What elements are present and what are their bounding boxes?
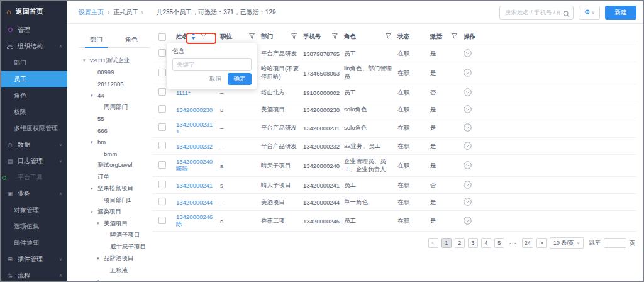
tree-node[interactable]: 测试orgLevel [79, 160, 149, 172]
caret-down-icon[interactable]: ▾ [91, 93, 97, 98]
sidebar-item-department[interactable]: 部门 [1, 55, 67, 71]
sidebar-item-employee[interactable]: 员工 [1, 71, 67, 87]
tree-node[interactable]: ▾品牌酒项目 [79, 253, 149, 265]
sidebar-item-permission[interactable]: 权限 [1, 104, 67, 120]
sidebar-item-email-notify[interactable]: 邮件通知 [1, 235, 67, 251]
employee-name-link[interactable]: 13420000240暱啦 [176, 158, 220, 173]
row-action-icon[interactable] [464, 52, 472, 59]
tree-node[interactable]: 订单 [79, 171, 149, 183]
employee-name-link[interactable]: 13420000241 [176, 182, 220, 189]
sidebar-home[interactable]: ⌂ 返回首页 [1, 1, 67, 22]
caret-down-icon[interactable]: ▾ [97, 256, 104, 261]
row-checkbox[interactable] [158, 123, 166, 131]
tree-node[interactable]: ▾bm [79, 137, 149, 149]
page-size-select[interactable]: 10 条/页 ∨ [550, 237, 584, 249]
filter-cancel-button[interactable]: 取消 [209, 75, 221, 83]
sidebar-item-workflow[interactable]: ⇅ 流程 ∧ [1, 268, 67, 282]
tree-node[interactable]: bmm [79, 148, 149, 160]
row-checkbox[interactable] [158, 49, 166, 57]
row-checkbox[interactable] [158, 88, 166, 96]
tab-department[interactable]: 部门 [79, 31, 114, 47]
employee-name-link[interactable]: 13420000230 [176, 106, 220, 113]
row-checkbox[interactable] [158, 105, 166, 113]
row-action-icon[interactable] [464, 108, 472, 115]
filter-icon[interactable] [386, 33, 391, 40]
sidebar-item-log-manage[interactable]: ▤ 日志管理 ∨ [1, 153, 67, 169]
row-action-icon[interactable] [464, 71, 472, 78]
employee-name-link[interactable]: 13420000244 [176, 199, 220, 206]
next-page-button[interactable]: > [536, 238, 547, 248]
caret-down-icon[interactable]: ▾ [91, 186, 97, 191]
page-button[interactable]: 24 [522, 238, 533, 248]
row-action-icon[interactable] [464, 164, 472, 171]
row-action-icon[interactable] [464, 219, 472, 226]
tree-node[interactable]: ▾Lee [79, 276, 149, 282]
employee-name-link[interactable]: 13420000246陈 [176, 213, 220, 228]
page-button[interactable]: 5 [494, 238, 504, 248]
sidebar-item-org-structure[interactable]: 组织结构 ∧ [1, 38, 67, 55]
employee-name-link[interactable]: 13420000231-1 [176, 121, 220, 135]
tree-node[interactable]: 啤酒子项目 [79, 230, 149, 242]
sidebar-item-business[interactable]: ▣ 业务 ∧ [1, 186, 67, 202]
row-checkbox[interactable] [158, 181, 166, 188]
tree-node[interactable]: ▾44 [79, 90, 149, 102]
prev-page-button[interactable]: < [428, 238, 438, 248]
sidebar-item-manage[interactable]: 管理 [1, 22, 67, 38]
tab-role[interactable]: 角色 [114, 31, 149, 47]
sidebar-item-platform-tools[interactable]: 平台工具 [1, 169, 67, 186]
row-checkbox[interactable] [158, 198, 166, 205]
tree-node[interactable]: 威士忌子项目 [79, 241, 149, 253]
sidebar-item-multidim-permission[interactable]: 多维度权限管理 [1, 120, 67, 137]
sidebar-item-plugin-manage[interactable]: ⊞ 插件管理 ∨ [1, 251, 67, 268]
caret-down-icon[interactable]: ▾ [91, 279, 97, 282]
create-button[interactable]: 新建 [605, 6, 636, 20]
sidebar-item-role[interactable]: 角色 [1, 87, 67, 104]
row-checkbox[interactable] [158, 69, 166, 76]
filter-keyword-input[interactable] [172, 58, 252, 71]
filter-icon[interactable] [452, 33, 457, 40]
filter-icon[interactable] [201, 33, 206, 40]
row-checkbox[interactable] [158, 142, 166, 149]
tree-node[interactable]: 项目部门1 [79, 195, 149, 206]
page-button[interactable]: 2 [455, 238, 465, 248]
select-all-checkbox[interactable] [158, 33, 166, 41]
tree-node[interactable]: 00999 [79, 67, 149, 79]
tree-node[interactable]: 55 [79, 113, 149, 125]
sidebar-item-option-valueset[interactable]: 选项值集 [1, 218, 67, 235]
tree-node[interactable]: ▾美酒项目 [79, 218, 149, 230]
breadcrumb-current[interactable]: 正式员工 [113, 8, 138, 17]
breadcrumb-home-link[interactable]: 设置主页 [79, 8, 104, 17]
sort-icon[interactable] [191, 33, 196, 41]
filter-icon[interactable] [332, 33, 338, 40]
row-checkbox[interactable] [158, 161, 166, 169]
sidebar-item-data[interactable]: ◷ 数据 ∨ [1, 137, 67, 153]
caret-down-icon[interactable]: ▾ [91, 140, 97, 145]
sidebar-item-object-manage[interactable]: 对象管理 [1, 202, 67, 218]
filter-icon[interactable] [249, 33, 255, 40]
settings-button[interactable]: ⚙ ∨ [579, 6, 600, 20]
row-action-icon[interactable] [464, 91, 472, 98]
row-action-icon[interactable] [464, 144, 472, 151]
page-button[interactable]: 3 [468, 238, 478, 248]
row-action-icon[interactable] [464, 200, 472, 207]
tree-node[interactable]: ▾v2011测试企业 [79, 55, 149, 67]
tree-node[interactable]: 周周部门 [79, 101, 149, 113]
page-button[interactable]: 4 [481, 238, 491, 248]
caret-down-icon[interactable]: ▾ [97, 221, 104, 226]
tree-node[interactable]: ▾酒类项目 [79, 206, 149, 218]
tree-node[interactable]: 五粮液 [79, 264, 149, 276]
page-button[interactable]: 1 [441, 238, 452, 248]
caret-down-icon[interactable]: ▾ [83, 58, 90, 63]
row-action-icon[interactable] [464, 126, 472, 133]
employee-name-link[interactable]: 1111* [176, 89, 220, 96]
filter-confirm-button[interactable]: 确定 [228, 73, 252, 85]
caret-down-icon[interactable]: ▾ [91, 210, 97, 215]
row-action-icon[interactable] [464, 183, 472, 190]
page-ellipsis[interactable]: ··· [508, 238, 519, 248]
employee-name-link[interactable]: 13420000232 [176, 143, 220, 150]
tree-node[interactable]: 666 [79, 125, 149, 137]
filter-icon[interactable] [291, 33, 297, 40]
tree-node[interactable]: 20112805 [79, 78, 149, 90]
tree-node[interactable]: ▾坚果松鼠项目 [79, 183, 149, 195]
jump-page-input[interactable] [604, 238, 626, 248]
